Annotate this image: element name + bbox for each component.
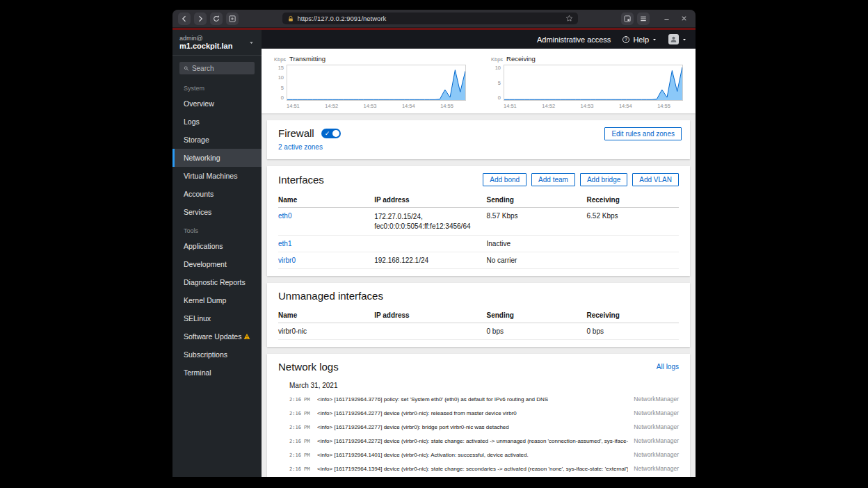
table-header-row: Name IP address Sending Receiving [278, 308, 679, 323]
host-switcher[interactable]: admin@ m1.cockpit.lan [172, 30, 262, 56]
reload-button[interactable] [210, 13, 223, 25]
interface-link-eth0[interactable]: eth0 [278, 212, 291, 220]
interfaces-card: Interfaces Add bond Add team Add bridge … [267, 166, 690, 276]
url-bar[interactable]: https://127.0.0.2:9091/network [282, 13, 578, 24]
add-team-button[interactable]: Add team [531, 173, 575, 186]
sidebar-item-software-updates[interactable]: Software Updates [172, 327, 262, 345]
reload-icon [212, 15, 220, 23]
logs-date: March 31, 2021 [289, 382, 679, 389]
cell-ip: 172.27.0.15/24, fec0:0:0:0:5054:ff:fe12:… [374, 212, 486, 231]
cell-sending: 0 bps [487, 327, 587, 335]
log-source: NetworkManager [634, 409, 679, 416]
log-time: 2:16 PM [289, 439, 312, 444]
table-row: virbr0 192.168.122.1/24 No carrier [278, 252, 679, 269]
y-tick-label: 0 [281, 95, 284, 101]
active-zones-link[interactable]: 2 active zones [278, 143, 323, 151]
add-bridge-button[interactable]: Add bridge [580, 173, 627, 186]
firewall-card: Firewall ✓ 2 active zones Edit rules and… [267, 120, 690, 159]
log-time: 2:16 PM [289, 425, 312, 430]
sidebar-item-applications[interactable]: Applications [172, 237, 262, 255]
sidebar-item-storage[interactable]: Storage [172, 131, 262, 149]
column-header-sending: Sending [487, 196, 587, 204]
y-tick-label: 10 [278, 74, 284, 81]
log-message: <info> [1617192964.2272] device (virbr0-… [317, 438, 628, 444]
sidebar-item-logs[interactable]: Logs [172, 113, 262, 131]
y-tick-label: 10 [495, 65, 501, 71]
chart-unit-label: Kbps [274, 56, 286, 63]
log-entry[interactable]: 2:16 PM <info> [1617192964.1401] device … [278, 448, 679, 462]
minimize-button[interactable] [660, 13, 673, 25]
tab-overview-button[interactable] [621, 13, 634, 25]
toggle-knob [332, 130, 339, 137]
search-input[interactable] [192, 65, 250, 72]
sidebar-item-selinux[interactable]: SELinux [172, 309, 262, 327]
log-entry[interactable]: 2:16 PM <info> [1617192964.2277] device … [278, 420, 679, 434]
network-graphs: Kbps Transmitting 15 10 5 0 [262, 49, 696, 113]
nav-section-tools: Tools [172, 221, 262, 237]
column-header-receiving: Receiving [587, 196, 679, 204]
sidebar-item-diagnostic-reports[interactable]: Diagnostic Reports [172, 273, 262, 291]
menu-button[interactable] [637, 13, 650, 25]
close-icon [680, 15, 688, 22]
sidebar-item-overview[interactable]: Overview [172, 95, 262, 113]
cell-name: eth0 [278, 212, 374, 220]
log-entry[interactable]: 2:16 PM <info> [1617192964.1388] device … [278, 475, 679, 477]
interface-link-eth1[interactable]: eth1 [278, 240, 291, 247]
cell-name: eth1 [278, 240, 374, 247]
log-entry[interactable]: 2:16 PM <info> [1617192964.3776] policy:… [278, 392, 679, 406]
log-message: <info> [1617192964.3776] policy: set 'Sy… [317, 396, 628, 402]
minimize-icon [663, 15, 670, 22]
close-button[interactable] [677, 13, 690, 25]
column-header-ip: IP address [374, 311, 486, 319]
add-vlan-button[interactable]: Add VLAN [632, 173, 679, 186]
sidebar-item-virtual-machines[interactable]: Virtual Machines [172, 167, 262, 185]
y-tick-label: 15 [278, 65, 284, 71]
interface-link-virbr0[interactable]: virbr0 [278, 257, 296, 264]
log-source: NetworkManager [634, 451, 679, 458]
log-time: 2:16 PM [289, 411, 312, 416]
add-bond-button[interactable]: Add bond [483, 173, 527, 186]
sidebar-item-services[interactable]: Services [172, 203, 262, 221]
hamburger-menu-icon [639, 15, 648, 23]
sidebar-item-accounts[interactable]: Accounts [172, 185, 262, 203]
table-row: eth0 172.27.0.15/24, fec0:0:0:0:5054:ff:… [278, 208, 679, 236]
logs-title: Network logs [278, 361, 339, 373]
column-header-receiving: Receiving [587, 311, 679, 319]
sidebar-item-networking[interactable]: Networking [172, 149, 262, 167]
firewall-toggle[interactable]: ✓ [321, 129, 341, 138]
cell-sending: No carrier [487, 257, 587, 264]
all-logs-link[interactable]: All logs [657, 363, 679, 371]
log-entry[interactable]: 2:16 PM <info> [1617192964.2277] device … [278, 406, 679, 420]
log-entry[interactable]: 2:16 PM <info> [1617192964.2272] device … [278, 434, 679, 448]
log-message: <info> [1617192964.2277] device (virbr0-… [317, 410, 628, 416]
help-menu[interactable]: ? Help [622, 35, 657, 44]
sidebar-item-development[interactable]: Development [172, 255, 262, 273]
host-labels: admin@ m1.cockpit.lan [179, 35, 232, 50]
forward-button[interactable] [194, 13, 207, 25]
avatar [668, 34, 679, 44]
chart-unit-label: Kbps [491, 56, 503, 63]
log-source: NetworkManager [634, 423, 679, 430]
bookmark-star-icon[interactable] [565, 15, 573, 22]
ip-address-2: fec0:0:0:0:5054:ff:fe12:3456/64 [374, 222, 486, 231]
back-button[interactable] [178, 13, 191, 25]
administrative-access-button[interactable]: Administrative access [537, 35, 611, 44]
edit-rules-zones-button[interactable]: Edit rules and zones [604, 127, 682, 140]
unmanaged-interfaces-card: Unmanaged interfaces Name IP address Sen… [267, 283, 690, 347]
log-source: NetworkManager [634, 465, 679, 472]
toggle-check-icon: ✓ [325, 129, 330, 138]
interface-actions: Add bond Add team Add bridge Add VLAN [483, 173, 679, 186]
sidebar-search[interactable] [179, 62, 255, 74]
sidebar-item-subscriptions[interactable]: Subscriptions [172, 345, 262, 364]
session-menu[interactable] [668, 34, 687, 44]
forward-icon [200, 16, 202, 22]
back-icon [183, 16, 186, 22]
y-axis-labels: 15 10 5 0 [274, 65, 287, 101]
sidebar-item-kernel-dump[interactable]: Kernel Dump [172, 291, 262, 309]
interfaces-table: Name IP address Sending Receiving eth0 [278, 193, 679, 269]
chart-title: Receiving [506, 55, 536, 63]
log-entry[interactable]: 2:16 PM <info> [1617192964.1394] device … [278, 462, 679, 475]
search-icon [184, 65, 189, 72]
sidebar-item-terminal[interactable]: Terminal [172, 364, 262, 382]
new-tab-button[interactable] [226, 13, 239, 25]
